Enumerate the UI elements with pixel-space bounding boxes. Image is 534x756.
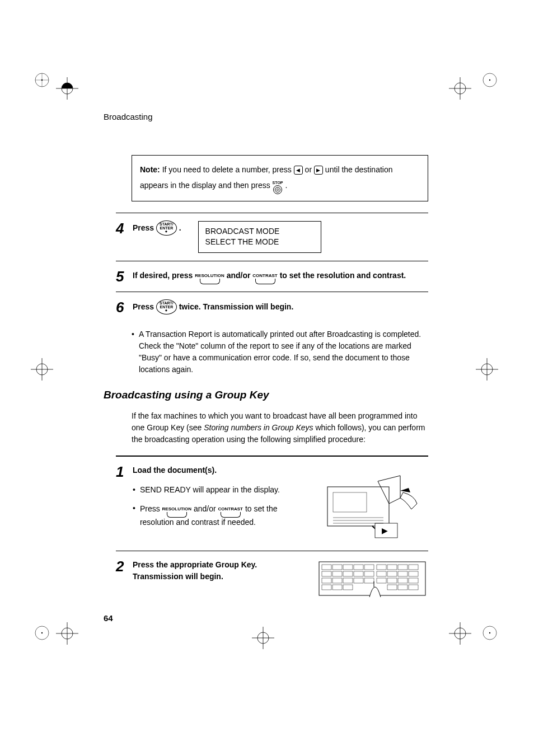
svg-rect-32 (333, 492, 367, 512)
bullet-icon: • (133, 484, 135, 496)
svg-rect-47 (387, 565, 397, 570)
svg-rect-54 (364, 571, 374, 576)
right-arrow-icon: ▶ (314, 166, 323, 175)
svg-rect-65 (387, 578, 397, 583)
step-b1: 1 Load the document(s). • SEND READY wil… (116, 456, 428, 551)
svg-point-19 (41, 632, 43, 633)
keypad-illustration (316, 559, 428, 598)
step-b1-title: Load the document(s). (133, 466, 217, 475)
registration-mark (31, 358, 53, 381)
contrast-key-icon: CONTRAST (218, 504, 243, 518)
resolution-key-icon: RESOLUTION (195, 270, 224, 284)
svg-rect-69 (332, 585, 342, 590)
running-header: Broadcasting (104, 112, 428, 121)
svg-rect-61 (343, 578, 353, 583)
contrast-label: CONTRAST (252, 273, 277, 278)
start-enter-button-icon: START/ENTER (156, 220, 177, 236)
registration-mark (449, 77, 471, 100)
svg-rect-63 (364, 578, 374, 583)
step-5: 5 If desired, press RESOLUTION and/or CO… (116, 261, 428, 292)
note-or: or (305, 165, 314, 174)
svg-rect-48 (398, 565, 407, 570)
mid: and/or (194, 504, 218, 513)
resolution-key-icon: RESOLUTION (162, 504, 191, 518)
svg-rect-53 (354, 571, 363, 576)
svg-marker-34 (400, 488, 410, 492)
corner-mark (483, 626, 497, 640)
bullet-text: A Transaction Report is automatically pr… (139, 328, 428, 375)
svg-rect-59 (322, 578, 331, 583)
bullet-icon: • (133, 503, 135, 528)
step-4-text: Press (133, 223, 156, 232)
step-5-mid: and/or (227, 271, 253, 280)
start-enter-button-icon: START/ENTER (156, 299, 177, 314)
page-number: 64 (104, 613, 113, 623)
resolution-label: RESOLUTION (195, 273, 224, 278)
bullet-icon: • (132, 328, 134, 375)
contrast-key-icon: CONTRAST (252, 270, 277, 284)
note-period: . (285, 180, 287, 189)
svg-rect-52 (343, 571, 353, 576)
section-intro: If the fax machines to which you want to… (132, 410, 428, 445)
svg-rect-58 (409, 571, 418, 576)
registration-mark (252, 627, 274, 649)
svg-rect-73 (409, 585, 418, 590)
svg-rect-57 (398, 571, 407, 576)
stop-label: STOP (273, 181, 283, 185)
svg-rect-70 (343, 585, 353, 590)
svg-point-30 (489, 632, 490, 633)
corner-mark (35, 626, 49, 640)
note-text: If you need to delete a number, press (160, 165, 294, 174)
left-arrow-icon: ◀ (294, 166, 303, 175)
svg-rect-49 (409, 565, 418, 570)
corner-mark (483, 73, 497, 87)
svg-rect-46 (377, 565, 386, 570)
step-b2-title: Press the appropriate Group Key. Transmi… (133, 560, 257, 581)
page-content: Broadcasting Note: If you need to delete… (104, 112, 428, 606)
svg-rect-71 (387, 585, 397, 590)
contrast-label: CONTRAST (218, 506, 243, 511)
svg-text:▶: ▶ (382, 526, 388, 535)
svg-rect-60 (332, 578, 342, 583)
registration-mark (449, 622, 471, 645)
step-b2: 2 Press the appropriate Group Key. Trans… (116, 551, 428, 606)
step-b1-bullet1: SEND READY will appear in the display. (140, 484, 280, 496)
registration-mark (56, 77, 78, 100)
svg-point-11 (489, 79, 490, 81)
svg-rect-55 (377, 571, 386, 576)
fax-machine-illustration: ▶ (316, 464, 428, 543)
intro-em: Storing numbers in Group Keys (204, 423, 313, 432)
step-number: 6 (116, 300, 133, 315)
svg-rect-68 (322, 585, 331, 590)
svg-rect-45 (364, 565, 374, 570)
registration-mark (56, 622, 78, 645)
step-4: 4 Press START/ENTER . BROADCAST MODE SEL… (116, 213, 428, 261)
note-box: Note: If you need to delete a number, pr… (132, 155, 428, 201)
step-5-text-b: to set the resolution and contrast. (280, 271, 406, 280)
svg-rect-66 (398, 578, 407, 583)
step-6-bullet: • A Transaction Report is automatically … (132, 328, 428, 375)
step-6: 6 Press START/ENTER twice. Transmission … (116, 292, 428, 323)
svg-rect-51 (332, 571, 342, 576)
b2a: Press (140, 504, 162, 513)
svg-rect-56 (387, 571, 397, 576)
stop-button-icon: STOP ⊘ (273, 177, 283, 194)
svg-rect-50 (322, 571, 331, 576)
svg-rect-62 (354, 578, 363, 583)
resolution-label: RESOLUTION (162, 506, 191, 511)
svg-rect-31 (327, 487, 389, 526)
svg-rect-67 (409, 578, 418, 583)
corner-mark (35, 73, 49, 87)
svg-rect-41 (322, 565, 331, 570)
svg-rect-64 (377, 578, 386, 583)
lcd-display: BROADCAST MODE SELECT THE MODE (198, 221, 321, 253)
svg-rect-43 (343, 565, 353, 570)
registration-mark (476, 358, 498, 381)
svg-rect-42 (332, 565, 342, 570)
step-4-period: . (179, 223, 181, 232)
step-number: 5 (116, 269, 133, 284)
step-number: 2 (116, 559, 133, 598)
step-number: 4 (116, 221, 133, 253)
step-b1-bullet2: Press RESOLUTION and/or CONTRAST to set … (140, 503, 308, 528)
step-6-text-a: Press (133, 302, 156, 311)
